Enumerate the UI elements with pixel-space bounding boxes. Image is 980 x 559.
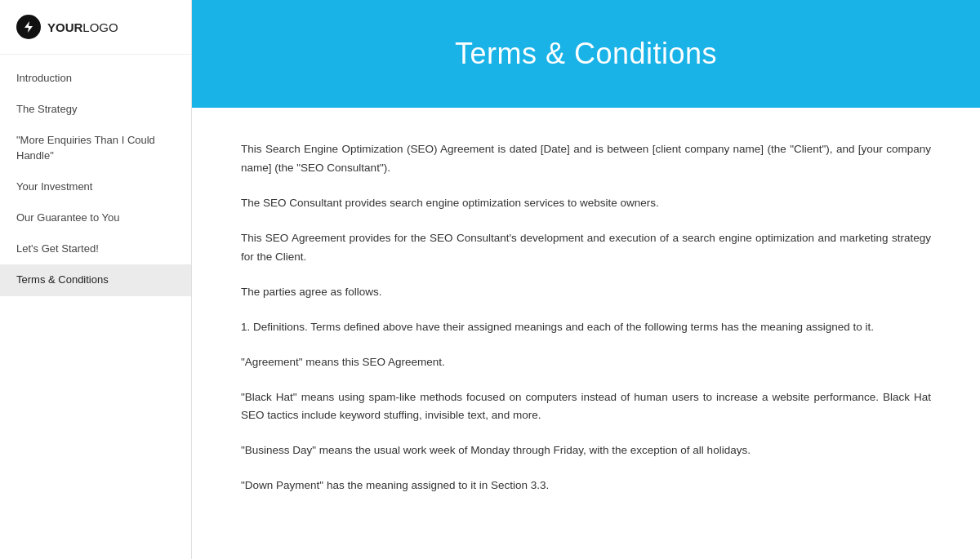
page-title: Terms & Conditions — [241, 37, 931, 71]
paragraph-5: "Agreement" means this SEO Agreement. — [241, 353, 931, 372]
sidebar-item-6[interactable]: Terms & Conditions — [0, 264, 191, 295]
paragraph-0: This Search Engine Optimization (SEO) Ag… — [241, 140, 931, 178]
sidebar-item-5[interactable]: Let's Get Started! — [0, 233, 191, 264]
svg-marker-0 — [24, 21, 33, 33]
paragraph-4: 1. Definitions. Terms defined above have… — [241, 318, 931, 337]
paragraph-6: "Black Hat" means using spam-like method… — [241, 388, 931, 426]
logo-text: YOURLOGO — [47, 20, 118, 34]
paragraph-3: The parties agree as follows. — [241, 283, 931, 302]
logo-icon — [16, 15, 41, 39]
sidebar: YOURLOGO IntroductionThe Strategy"More E… — [0, 0, 192, 559]
paragraph-8: "Down Payment" has the meaning assigned … — [241, 477, 931, 495]
sidebar-item-2[interactable]: "More Enquiries Than I Could Handle" — [0, 125, 191, 171]
sidebar-item-1[interactable]: The Strategy — [0, 94, 191, 125]
logo-normal: LOGO — [82, 20, 118, 34]
paragraph-7: "Business Day" means the usual work week… — [241, 441, 931, 460]
paragraph-1: The SEO Consultant provides search engin… — [241, 194, 931, 213]
paragraph-2: This SEO Agreement provides for the SEO … — [241, 229, 931, 267]
logo-bold: YOUR — [47, 20, 82, 34]
content-area: This Search Engine Optimization (SEO) Ag… — [192, 108, 980, 559]
sidebar-nav: IntroductionThe Strategy"More Enquiries … — [0, 63, 191, 296]
logo-area: YOURLOGO — [0, 0, 191, 55]
hero-banner: Terms & Conditions — [192, 0, 980, 108]
sidebar-item-3[interactable]: Your Investment — [0, 171, 191, 202]
sidebar-item-0[interactable]: Introduction — [0, 63, 191, 94]
main-content: Terms & Conditions This Search Engine Op… — [192, 0, 980, 559]
sidebar-item-4[interactable]: Our Guarantee to You — [0, 202, 191, 233]
